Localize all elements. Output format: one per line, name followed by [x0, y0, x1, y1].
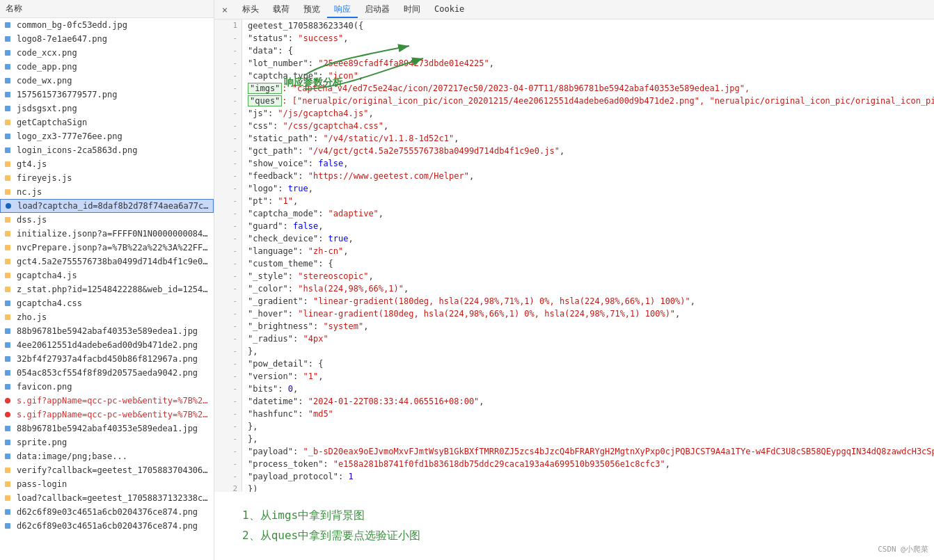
list-item[interactable]: sprite.png	[0, 435, 214, 449]
list-item[interactable]: fireyejs.js	[0, 171, 214, 185]
svg-rect-16	[5, 245, 10, 250]
list-item[interactable]: gcaptcha4.css	[0, 296, 214, 310]
list-item[interactable]: 88b96781be5942abaf40353e589edea1.jpg	[0, 422, 214, 435]
list-item-label: logo8-7e1ae647.png	[17, 34, 107, 44]
list-item-label: nc.js	[17, 187, 42, 197]
watermark: CSDN @小爬菜	[878, 544, 928, 554]
file-icon	[4, 173, 14, 183]
svg-rect-31	[5, 454, 10, 459]
code-line: "static_path": "/v4/static/v1.1.8-1d52c1…	[248, 132, 934, 145]
tab-item-响应[interactable]: 响应	[327, 1, 358, 18]
file-icon	[4, 521, 14, 531]
list-item-label: gcaptcha4.js	[17, 271, 77, 280]
file-icon	[4, 451, 14, 461]
list-item-label: verify?callback=geetest_17058837043068ca…	[17, 465, 209, 475]
list-item[interactable]: logo8-7e1ae647.png	[0, 32, 214, 46]
line-number: -	[219, 95, 237, 107]
list-item[interactable]: initialize.jsonp?a=FFFF0N1N0000000084A3&…	[0, 227, 214, 241]
tab-item-标头[interactable]: 标头	[235, 1, 266, 18]
tab-item-载荷[interactable]: 载荷	[266, 1, 296, 18]
code-line: "imgs": "captcha_v4/ed7c5e24ac/icon/2072…	[248, 82, 934, 95]
tab-close-button[interactable]: ×	[220, 5, 230, 15]
list-item[interactable]: code_xcx.png	[0, 46, 214, 60]
file-icon	[4, 312, 14, 322]
code-line: "captcha_mode": "adaptive",	[248, 207, 934, 220]
tab-item-启动器[interactable]: 启动器	[358, 1, 397, 18]
tab-item-Cookie[interactable]: Cookie	[427, 1, 471, 18]
list-item[interactable]: gct4.5a2e755576738ba0499d714db4f1c9e0.js	[0, 255, 214, 269]
list-item-label: favicon.png	[17, 382, 72, 392]
list-item[interactable]: d62c6f89e03c4651a6cb0204376ce874.png	[0, 505, 214, 519]
file-icon	[4, 368, 14, 378]
code-line: "pt": "1",	[248, 195, 934, 207]
tab-item-预览[interactable]: 预览	[296, 1, 327, 18]
code-line: "logo": true,	[248, 182, 934, 195]
list-item[interactable]: pass-login	[0, 477, 214, 491]
list-item[interactable]: zho.js	[0, 310, 214, 324]
list-item[interactable]: nvcPrepare.jsonp?a=%7B%22a%22%3A%22FFFF0…	[0, 241, 214, 255]
list-item-label: z_stat.php?id=12548422288&web_id=1254842…	[17, 285, 209, 294]
svg-rect-29	[5, 426, 10, 431]
list-item[interactable]: load?captcha_id=8daf8b2d78f74aea6a77c0d1…	[0, 199, 214, 213]
line-number: -	[219, 45, 237, 57]
list-item[interactable]: d62c6f89e03c4651a6cb0204376ce874.png	[0, 519, 214, 533]
line-number: -	[219, 445, 237, 458]
list-item[interactable]: 054ac853cf554f8f89d20575aeda9042.png	[0, 366, 214, 380]
list-item[interactable]: jsdsgsxt.png	[0, 102, 214, 115]
list-item[interactable]: getCaptchaSign	[0, 115, 214, 129]
file-icon	[4, 479, 14, 489]
list-item[interactable]: login_icons-2ca5863d.png	[0, 143, 214, 157]
list-item[interactable]: nc.js	[0, 185, 214, 199]
svg-rect-14	[5, 217, 10, 223]
list-item-label: 88b96781be5942abaf40353e589edea1.jpg	[17, 326, 198, 336]
code-line: geetest_1705883623340({	[248, 19, 934, 32]
line-number: 1	[219, 19, 237, 32]
list-item[interactable]: gcaptcha4.js	[0, 269, 214, 282]
svg-rect-10	[5, 161, 10, 167]
line-number: -	[219, 295, 237, 307]
list-item[interactable]: z_stat.php?id=12548422288&web_id=1254842…	[0, 282, 214, 296]
list-item[interactable]: common_bg-0fc53edd.jpg	[0, 18, 214, 32]
bottom-annotation-line2: 2、从ques中拿到需要点选验证小图	[242, 526, 906, 546]
list-item[interactable]: data:image/png;base...	[0, 449, 214, 463]
list-item[interactable]: s.gif?appName=qcc-pc-web&entity=%7B%22pa…	[0, 408, 214, 422]
list-item-label: nvcPrepare.jsonp?a=%7B%22a%22%3A%22FFFF0…	[17, 243, 209, 253]
list-item[interactable]: code_wx.png	[0, 74, 214, 88]
list-item[interactable]: 32bf4f27937a4facbd450b86f812967a.png	[0, 352, 214, 366]
line-number: -	[219, 333, 237, 345]
ques-key: "ques"	[248, 95, 282, 106]
list-item[interactable]: 1575615736779577.png	[0, 88, 214, 102]
line-number: -	[219, 408, 237, 420]
svg-rect-2	[5, 50, 10, 56]
tabs-bar: × 标头载荷预览响应启动器时间Cookie	[214, 0, 934, 19]
code-line: "hashfunc": "md5"	[248, 408, 934, 420]
svg-rect-35	[5, 509, 10, 515]
list-item[interactable]: 4ee20612551d4adebe6ad00d9b471de2.png	[0, 338, 214, 352]
code-line: },	[248, 345, 934, 358]
file-icon	[4, 410, 14, 419]
list-item[interactable]: verify?callback=geetest_17058837043068ca…	[0, 463, 214, 477]
svg-rect-12	[5, 189, 10, 195]
left-list[interactable]: common_bg-0fc53edd.jpglogo8-7e1ae647.png…	[0, 18, 214, 560]
line-number: -	[219, 70, 237, 82]
list-item[interactable]: dss.js	[0, 213, 214, 227]
line-number: -	[219, 195, 237, 207]
list-item[interactable]: logo_zx3-777e76ee.png	[0, 129, 214, 143]
list-item[interactable]: favicon.png	[0, 380, 214, 394]
line-number: -	[219, 107, 237, 120]
list-item[interactable]: 88b96781be5942abaf40353e589edea1.jpg	[0, 324, 214, 338]
list-item-label: initialize.jsonp?a=FFFF0N1N0000000084A3&…	[17, 229, 209, 239]
tabs-container: 标头载荷预览响应启动器时间Cookie	[235, 3, 471, 15]
tab-item-时间[interactable]: 时间	[397, 1, 427, 18]
line-number: -	[219, 433, 237, 445]
code-viewer[interactable]: 1------------------------------------2 g…	[214, 19, 934, 492]
svg-rect-17	[5, 259, 10, 264]
svg-rect-32	[5, 467, 10, 473]
list-item[interactable]: load?callback=geetest_17058837132338capt…	[0, 491, 214, 505]
list-item[interactable]: gt4.js	[0, 157, 214, 171]
code-line: "guard": false,	[248, 220, 934, 232]
file-icon	[4, 34, 14, 44]
svg-rect-34	[5, 495, 10, 501]
list-item[interactable]: s.gif?appName=qcc-pc-web&entity=%7B%22pi…	[0, 394, 214, 408]
list-item[interactable]: code_app.png	[0, 60, 214, 74]
